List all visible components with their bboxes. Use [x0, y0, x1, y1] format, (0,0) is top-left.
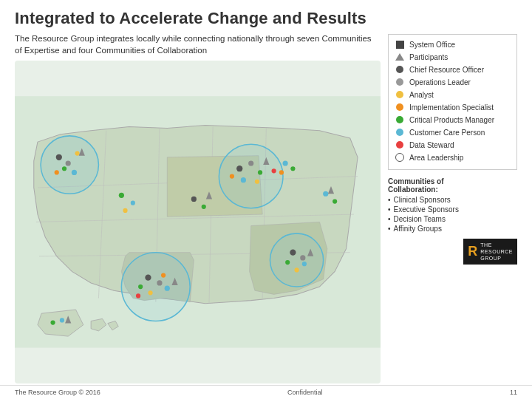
- legend-item-critical-products-manager: Critical Products Manager: [395, 115, 511, 125]
- svg-point-19: [236, 166, 242, 171]
- page-title: Integrated to Accelerate Change and Resu…: [15, 9, 517, 28]
- legend-label-area-leadership: Area Leadership: [409, 153, 463, 163]
- svg-point-48: [202, 205, 206, 209]
- participants-icon: [395, 52, 405, 62]
- legend-label-customer-care-person: Customer Care Person: [409, 128, 485, 137]
- legend-section: System Office Participants Chief Resourc…: [388, 33, 517, 383]
- analyst-icon: [395, 89, 405, 100]
- legend-label-system-office: System Office: [409, 40, 455, 50]
- company-logo: R THE RESOURCE GROUP: [463, 239, 517, 265]
- svg-point-30: [290, 250, 296, 256]
- svg-point-26: [272, 168, 276, 173]
- critical-products-manager-icon: [395, 115, 405, 125]
- svg-point-29: [279, 170, 284, 174]
- svg-point-17: [55, 170, 59, 174]
- svg-point-15: [62, 166, 66, 171]
- communities-box: Communities of Collaboration: • Clinical…: [388, 177, 517, 234]
- legend-label-data-steward: Data Steward: [409, 140, 454, 150]
- legend-item-participants: Participants: [395, 52, 511, 62]
- header: Integrated to Accelerate Change and Resu…: [0, 0, 532, 33]
- svg-point-50: [323, 191, 328, 197]
- legend-item-customer-care-person: Customer Care Person: [395, 127, 511, 137]
- svg-point-16: [72, 170, 77, 175]
- svg-point-37: [157, 280, 162, 285]
- svg-point-41: [161, 273, 166, 278]
- svg-point-12: [56, 154, 62, 160]
- svg-point-13: [66, 161, 71, 166]
- logo-area: R THE RESOURCE GROUP: [388, 239, 517, 265]
- operations-leader-icon: [395, 77, 405, 87]
- legend-label-analyst: Analyst: [409, 90, 434, 100]
- legend-item-operations-leader: Operations Leader: [395, 77, 511, 87]
- footer: The Resource Group © 2016 Confidential 1…: [0, 385, 532, 399]
- legend-label-implementation-specialist: Implementation Specialist: [409, 103, 494, 112]
- svg-point-38: [138, 284, 143, 289]
- legend-label-critical-products-manager: Critical Products Manager: [409, 115, 494, 125]
- logo-text: THE RESOURCE GROUP: [480, 242, 513, 262]
- legend-item-area-leadership: Area Leadership: [395, 152, 511, 163]
- legend-item-data-steward: Data Steward: [395, 140, 511, 150]
- implementation-specialist-icon: [395, 102, 405, 112]
- svg-point-9: [219, 144, 283, 208]
- svg-point-27: [282, 161, 287, 166]
- main-content: The Resource Group integrates locally wh…: [0, 33, 532, 383]
- svg-point-54: [60, 318, 64, 323]
- svg-point-21: [258, 170, 262, 174]
- legend-label-participants: Participants: [409, 52, 448, 62]
- svg-point-32: [285, 260, 290, 265]
- legend-item-system-office: System Office: [395, 39, 511, 50]
- community-item-1: • Clinical Sponsors: [388, 196, 517, 204]
- svg-point-40: [148, 290, 152, 295]
- footer-confidential: Confidential: [287, 389, 323, 396]
- footer-page-number: 11: [510, 389, 517, 396]
- community-item-2: • Executive Sponsors: [388, 205, 517, 214]
- svg-point-45: [131, 201, 135, 205]
- svg-point-28: [290, 166, 295, 171]
- svg-point-53: [50, 321, 55, 325]
- community-item-4: • Affinity Groups: [388, 225, 517, 233]
- map-container: [15, 61, 381, 383]
- legend-label-operations-leader: Operations Leader: [409, 78, 471, 87]
- area-leadership-icon: [395, 152, 405, 163]
- svg-point-24: [230, 174, 234, 179]
- svg-point-39: [165, 286, 170, 291]
- system-office-icon: [395, 39, 405, 50]
- svg-point-46: [123, 208, 127, 213]
- description-text: The Resource Group integrates locally wh…: [15, 33, 381, 56]
- legend-box: System Office Participants Chief Resourc…: [388, 34, 517, 170]
- page: Integrated to Accelerate Change and Resu…: [0, 0, 532, 399]
- legend-item-implementation-specialist: Implementation Specialist: [395, 102, 511, 112]
- footer-copyright: The Resource Group © 2016: [15, 389, 100, 396]
- community-item-3: • Decision Teams: [388, 215, 517, 223]
- data-steward-icon: [395, 140, 405, 150]
- svg-point-20: [248, 161, 253, 166]
- svg-point-36: [145, 275, 151, 281]
- communities-title: Communities of Collaboration:: [388, 177, 517, 194]
- svg-point-22: [241, 177, 246, 183]
- legend-item-analyst: Analyst: [395, 89, 511, 100]
- svg-point-47: [191, 197, 197, 202]
- legend-item-chief-resource-officer: Chief Resource Officer: [395, 64, 511, 75]
- legend-label-chief-resource-officer: Chief Resource Officer: [409, 65, 484, 75]
- svg-point-14: [75, 151, 79, 156]
- svg-point-23: [255, 180, 259, 184]
- svg-point-33: [302, 262, 307, 266]
- svg-point-51: [332, 200, 337, 204]
- logo-r-letter: R: [468, 244, 477, 259]
- map-section: The Resource Group integrates locally wh…: [15, 33, 381, 383]
- svg-point-11: [121, 253, 190, 321]
- customer-care-person-icon: [395, 127, 405, 137]
- svg-point-10: [270, 233, 323, 287]
- svg-point-44: [119, 193, 124, 198]
- svg-point-42: [136, 294, 140, 299]
- chief-resource-officer-icon: [395, 64, 405, 75]
- svg-point-34: [294, 267, 299, 272]
- svg-point-31: [300, 255, 305, 260]
